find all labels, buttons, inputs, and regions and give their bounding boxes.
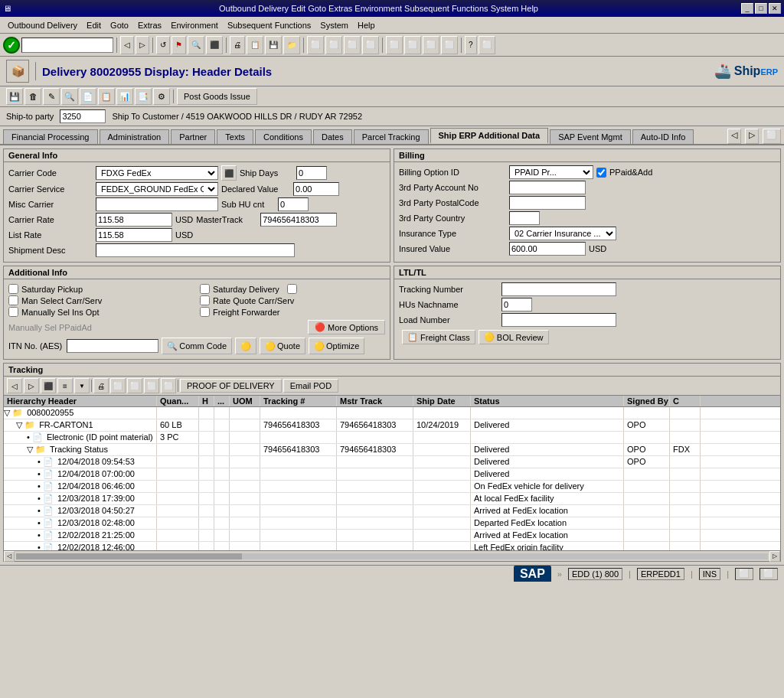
tab-conditions[interactable]: Conditions: [255, 129, 312, 144]
menu-help[interactable]: Help: [353, 19, 380, 31]
ship-days-input[interactable]: [296, 166, 327, 180]
table-row[interactable]: ▽ 📁 Tracking Status 794656418303 7946564…: [4, 444, 780, 456]
tab-nav-menu[interactable]: ⬜: [763, 129, 781, 144]
toolbar-btn12[interactable]: ⬜: [362, 36, 379, 54]
sub-hu-cnt-input[interactable]: [278, 197, 309, 211]
action-btn-4[interactable]: 🔍: [61, 88, 78, 105]
tab-sap-event-mgmt[interactable]: SAP Event Mgmt: [550, 129, 631, 144]
saturday-delivery-checkbox2[interactable]: [287, 284, 297, 294]
tab-nav-prev[interactable]: ◁: [727, 129, 741, 144]
tab-dates[interactable]: Dates: [313, 129, 352, 144]
menu-system[interactable]: System: [315, 19, 353, 31]
menu-extras[interactable]: Extras: [133, 19, 166, 31]
ppaid-add-checkbox[interactable]: [596, 168, 606, 178]
carrier-code-lookup-btn[interactable]: ⬛: [221, 165, 237, 181]
toolbar-btn4[interactable]: 🔍: [188, 36, 204, 54]
table-row[interactable]: • 📄 12/03/2018 17:39:00 At local FedEx f…: [4, 493, 780, 505]
action-btn-3[interactable]: ✎: [43, 88, 60, 105]
scroll-right-btn[interactable]: ▷: [769, 551, 780, 562]
carrier-service-select[interactable]: FEDEX_GROUND FedEx Ground: [96, 182, 218, 196]
third-party-account-input[interactable]: [509, 181, 586, 194]
action-btn-2[interactable]: 🗑: [24, 88, 41, 105]
freight-forwarder-checkbox[interactable]: [200, 307, 210, 317]
command-input[interactable]: [21, 38, 113, 53]
manually-sel-ins-checkbox[interactable]: [8, 307, 18, 317]
close-btn[interactable]: ✕: [769, 3, 781, 14]
table-row[interactable]: • 📄 12/03/2018 04:50:27 Arrived at FedEx…: [4, 505, 780, 517]
tracking-btn3[interactable]: ⬛: [41, 378, 56, 393]
tracking-btn1[interactable]: ◁: [7, 378, 22, 393]
tracking-btn8[interactable]: ⬜: [127, 378, 142, 393]
menu-goto[interactable]: Goto: [106, 19, 133, 31]
tracking-btn5[interactable]: ▼: [74, 378, 90, 393]
optimize-btn[interactable]: 🟡 Optimize: [309, 338, 364, 354]
load-number-input[interactable]: [501, 313, 616, 327]
billing-option-id-select[interactable]: PPAID Pr...: [509, 165, 593, 179]
tab-ship-erp-additional-data[interactable]: Ship ERP Additional Data: [430, 128, 549, 144]
table-row[interactable]: • 📄 12/04/2018 09:54:53 Delivered OPO: [4, 456, 780, 468]
forward-btn[interactable]: ▷: [136, 36, 149, 54]
table-row[interactable]: • 📄 12/04/2018 06:46:00 On FedEx vehicle…: [4, 481, 780, 493]
comm-code-btn[interactable]: 🔍 Comm Code: [162, 338, 232, 354]
toolbar-btn14[interactable]: ⬜: [404, 36, 421, 54]
action-btn-6[interactable]: 📋: [98, 88, 115, 105]
list-rate-input[interactable]: [96, 228, 172, 242]
table-row[interactable]: • 📄 12/04/2018 07:00:00 Delivered: [4, 468, 780, 481]
carrier-rate-input[interactable]: [96, 213, 172, 227]
carrier-code-select[interactable]: FDXG FedEx: [96, 166, 218, 180]
action-btn-9[interactable]: ⚙: [153, 88, 170, 105]
freight-class-btn[interactable]: 📋 Freight Class: [402, 330, 475, 344]
rate-quote-carr-checkbox[interactable]: [200, 295, 210, 305]
toolbar-btn8[interactable]: 📁: [283, 36, 300, 54]
toolbar-btn5[interactable]: ⬛: [206, 36, 223, 54]
tab-partner[interactable]: Partner: [171, 129, 215, 144]
minimize-btn[interactable]: _: [741, 3, 753, 14]
table-row[interactable]: ▽ 📁 FR-CARTON1 60 LB 794656418303 794656…: [4, 419, 780, 432]
email-pod-btn[interactable]: Email POD: [283, 379, 338, 393]
mastertrack-input[interactable]: [260, 213, 337, 227]
back-btn[interactable]: ◁: [120, 36, 134, 54]
table-row[interactable]: • 📄 12/02/2018 12:46:00 Left FedEx origi…: [4, 542, 780, 550]
tracking-btn10[interactable]: ⬜: [161, 378, 176, 393]
itn-input[interactable]: [67, 339, 158, 353]
tracking-btn2[interactable]: ▷: [24, 378, 39, 393]
toolbar-btn15[interactable]: ⬜: [423, 36, 439, 54]
tracking-btn4[interactable]: ≡: [57, 378, 73, 393]
toolbar-btn13[interactable]: ⬜: [386, 36, 403, 54]
tracking-btn9[interactable]: ⬜: [144, 378, 159, 393]
scroll-left-btn[interactable]: ◁: [4, 551, 15, 562]
action-btn-1[interactable]: 💾: [6, 88, 23, 105]
post-goods-issue-btn[interactable]: Post Goods Issue: [177, 88, 257, 105]
quote-btn[interactable]: 🟡 Quote: [260, 338, 305, 354]
tab-administration[interactable]: Administration: [100, 129, 170, 144]
misc-carrier-input[interactable]: [96, 197, 218, 211]
hus-nachname-input[interactable]: [501, 298, 532, 311]
refresh-btn[interactable]: ↺: [156, 36, 170, 54]
menu-environment[interactable]: Environment: [166, 19, 223, 31]
saturday-pickup-checkbox[interactable]: [8, 284, 18, 294]
menu-edit[interactable]: Edit: [82, 19, 106, 31]
tab-auto-id-info[interactable]: Auto-ID Info: [632, 129, 694, 144]
toolbar-btn10[interactable]: ⬜: [325, 36, 342, 54]
insurance-type-select[interactable]: 02 Carrier Insurance ...: [509, 227, 616, 240]
toolbar-btn17[interactable]: ⬜: [479, 36, 495, 54]
table-row[interactable]: • 📄 Electronic (ID point material) 3 PC: [4, 432, 780, 444]
print-btn[interactable]: 🖨: [230, 36, 245, 54]
man-select-carr-checkbox[interactable]: [8, 295, 18, 305]
ok-btn[interactable]: ✓: [3, 37, 20, 54]
ship-to-input[interactable]: [60, 109, 106, 123]
toolbar-btn3[interactable]: ⚑: [172, 36, 186, 54]
help-btn[interactable]: ?: [465, 36, 477, 54]
tab-financial-processing[interactable]: Financial Processing: [3, 129, 98, 144]
action-btn-8[interactable]: 📑: [135, 88, 152, 105]
table-row[interactable]: ▽ 📁 0080020955: [4, 407, 780, 419]
shipment-desc-input[interactable]: [96, 243, 295, 257]
tab-texts[interactable]: Texts: [217, 129, 253, 144]
tracking-btn7[interactable]: ⬜: [110, 378, 126, 393]
menu-subsequent-functions[interactable]: Subsequent Functions: [223, 19, 315, 31]
bol-review-btn[interactable]: 🟡 BOL Review: [479, 330, 549, 344]
action-btn-5[interactable]: 📄: [80, 88, 96, 105]
table-row[interactable]: • 📄 12/02/2018 21:25:00 Arrived at FedEx…: [4, 530, 780, 542]
third-party-country-input[interactable]: [509, 211, 540, 225]
tab-parcel-tracking[interactable]: Parcel Tracking: [354, 129, 429, 144]
